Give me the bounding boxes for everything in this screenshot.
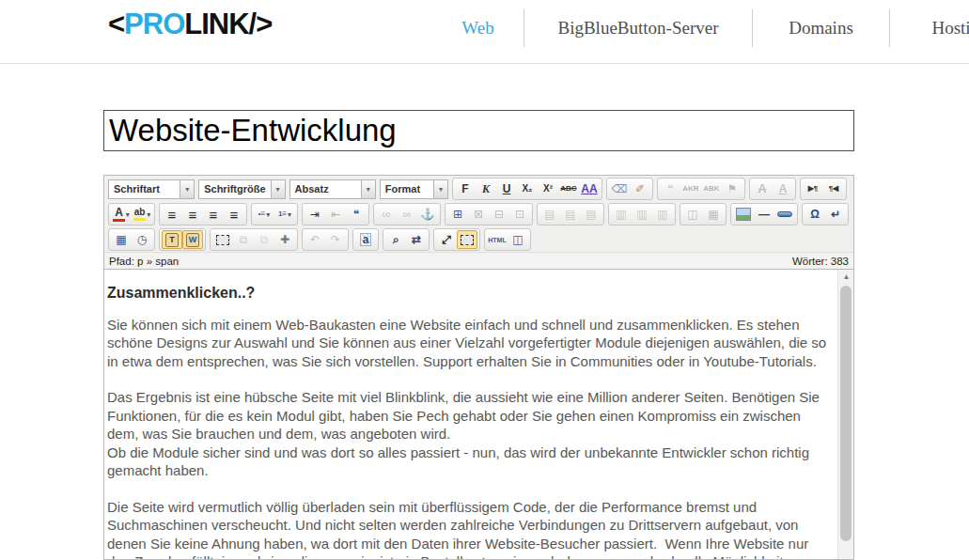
text-direction-ltr-button[interactable]: ▶¶ xyxy=(803,179,823,198)
horizontal-rule-button[interactable]: — xyxy=(754,205,774,224)
abbreviation-button[interactable]: ABK xyxy=(701,179,722,198)
unlink-button[interactable]: ∞ xyxy=(397,205,417,224)
subscript-button[interactable]: X₂ xyxy=(517,179,538,198)
strikethrough-button[interactable]: ABC xyxy=(558,179,579,198)
insert-col-before-button[interactable]: ▥ xyxy=(611,205,632,224)
doc-heading[interactable]: Zusammenklicken..? xyxy=(107,284,834,303)
outdent-button[interactable]: ⇤ xyxy=(325,205,346,224)
split-cells-button[interactable]: ◫ xyxy=(682,205,703,224)
text-color-chevron-down-icon[interactable]: ▾ xyxy=(126,210,130,219)
underline-button[interactable]: U xyxy=(496,179,517,198)
merge-cells-button[interactable]: ▦ xyxy=(703,205,724,224)
format-select-chevron-down-icon[interactable]: ▾ xyxy=(433,180,447,198)
align-right-button[interactable]: ≡ xyxy=(203,205,224,224)
scroll-up-arrow-icon[interactable]: ▲ xyxy=(838,270,853,284)
paste-from-word-button[interactable]: W xyxy=(182,230,203,249)
fullscreen-button[interactable]: ⤢ xyxy=(436,230,457,249)
scrollbar-thumb[interactable] xyxy=(840,286,852,541)
font-size-select-chevron-down-icon[interactable]: ▾ xyxy=(271,180,285,198)
advanced-hr-button[interactable] xyxy=(774,205,795,224)
acronym-button[interactable]: AKR xyxy=(680,179,701,198)
insert-date-button[interactable]: ▦ xyxy=(111,230,132,249)
align-center-button[interactable]: ≡ xyxy=(182,205,203,224)
nav-item-domains[interactable]: Domains xyxy=(752,9,889,47)
blockquote-button[interactable]: ❝ xyxy=(346,205,367,224)
find-button[interactable]: ⌕ xyxy=(385,230,406,249)
non-breaking-space-button[interactable]: a xyxy=(355,230,376,249)
delete-table-button[interactable]: ⊠ xyxy=(468,205,489,224)
delete-col-button[interactable]: ▥ xyxy=(652,205,673,224)
path-value[interactable]: p » span xyxy=(137,256,179,267)
nav-item-hosting[interactable]: Hosting xyxy=(889,9,969,47)
text-direction-rtl-button[interactable]: ¶◀ xyxy=(823,179,844,198)
element-path[interactable]: Pfad: p » span xyxy=(109,256,179,267)
strikethrough-icon: ABC xyxy=(560,185,576,193)
preview-button[interactable]: ◫ xyxy=(508,230,528,249)
paragraph-select[interactable]: Absatz▾ xyxy=(289,179,376,199)
bullet-list-chevron-down-icon[interactable]: ▾ xyxy=(266,210,270,219)
insert-image-button[interactable] xyxy=(733,205,754,224)
merge-cells-icon: ▦ xyxy=(708,209,718,220)
align-left-button[interactable]: ≡ xyxy=(162,205,182,224)
page-title-input[interactable] xyxy=(103,110,854,151)
page-break-button[interactable]: ↵ xyxy=(825,205,846,224)
insert-row-before-button[interactable]: ▤ xyxy=(539,205,560,224)
format-select[interactable]: Format▾ xyxy=(380,179,448,199)
doc-paragraph[interactable]: Die Seite wird vermutlich völlig überlad… xyxy=(107,498,834,560)
select-all-button[interactable] xyxy=(212,230,233,249)
italic-button[interactable]: K xyxy=(476,179,496,198)
bullet-list-button[interactable]: •≡▾ xyxy=(254,205,274,224)
deleted-text-button[interactable]: A xyxy=(752,179,773,198)
font-size-select[interactable]: Schriftgröße▾ xyxy=(198,179,285,199)
doc-paragraph[interactable]: Das Ergebnis ist eine hübsche Seite mit … xyxy=(107,388,834,480)
style-props-button[interactable]: AA xyxy=(579,179,600,198)
nav-item-web[interactable]: Web xyxy=(432,9,524,47)
language-flags-button[interactable]: ⚑ xyxy=(722,179,742,198)
insert-link-icon: ∞ xyxy=(383,209,391,220)
numbered-list-button[interactable]: 1≡▾ xyxy=(274,205,295,224)
align-justify-button[interactable]: ≡ xyxy=(224,205,244,224)
nav-item-bigbluebutton-server[interactable]: BigBlueButton-Server xyxy=(524,9,752,47)
align-right-icon: ≡ xyxy=(210,208,218,222)
delete-row-button[interactable]: ▤ xyxy=(581,205,602,224)
paragraph-select-chevron-down-icon[interactable]: ▾ xyxy=(361,180,375,198)
background-color-chevron-down-icon[interactable]: ▾ xyxy=(147,210,150,219)
font-family-select-chevron-down-icon[interactable]: ▾ xyxy=(180,180,194,198)
editable-document[interactable]: Zusammenklicken..? Sie können sich mit e… xyxy=(104,270,837,559)
insert-time-button[interactable]: ◷ xyxy=(132,230,152,249)
row-properties-button[interactable]: ⊟ xyxy=(489,205,509,224)
remove-format-button[interactable]: ⌫ xyxy=(609,179,630,198)
find-replace-button[interactable]: ⇄ xyxy=(406,230,427,249)
delete-row-icon: ▤ xyxy=(586,209,596,220)
prolink-logo: <PROLINK/> xyxy=(108,8,272,41)
font-family-select[interactable]: Schriftart▾ xyxy=(108,179,195,199)
new-document-button[interactable]: ✚ xyxy=(274,230,295,249)
copy-button[interactable]: ⧉ xyxy=(233,230,254,249)
insert-col-after-button[interactable]: ▥ xyxy=(632,205,652,224)
edit-html-source-button[interactable]: HTML xyxy=(487,230,508,249)
superscript-button[interactable]: X² xyxy=(538,179,558,198)
bold-button[interactable]: F xyxy=(455,179,476,198)
numbered-list-chevron-down-icon[interactable]: ▾ xyxy=(288,210,291,219)
toggle-guidelines-button[interactable] xyxy=(457,230,477,249)
toolbar-group: — xyxy=(730,203,798,226)
paste-as-text-button[interactable]: T xyxy=(162,230,182,249)
inserted-text-button[interactable]: A xyxy=(773,179,793,198)
cleanup-brush-button[interactable]: ✐ xyxy=(630,179,650,198)
indent-button[interactable]: ⇥ xyxy=(305,205,325,224)
text-color-button[interactable]: A▾ xyxy=(111,205,132,224)
doc-paragraph[interactable]: Sie können sich mit einem Web-Baukasten … xyxy=(107,316,834,371)
redo-button[interactable]: ↷ xyxy=(325,230,346,249)
special-character-button[interactable]: Ω xyxy=(805,205,825,224)
insert-link-button[interactable]: ∞ xyxy=(376,205,397,224)
cell-properties-button[interactable]: ⊡ xyxy=(509,205,530,224)
insert-table-button[interactable]: ⊞ xyxy=(447,205,468,224)
paste-button[interactable]: ⧉ xyxy=(254,230,274,249)
anchor-button[interactable]: ⚓ xyxy=(417,205,438,224)
insert-row-after-button[interactable]: ▤ xyxy=(560,205,581,224)
content-scrollbar[interactable]: ▲ xyxy=(837,270,853,559)
background-color-button[interactable]: ab▾ xyxy=(132,205,152,224)
undo-button[interactable]: ↶ xyxy=(305,230,325,249)
blockquote-cite-button[interactable]: ❝ xyxy=(660,179,680,198)
insert-row-before-icon: ▤ xyxy=(544,209,555,220)
